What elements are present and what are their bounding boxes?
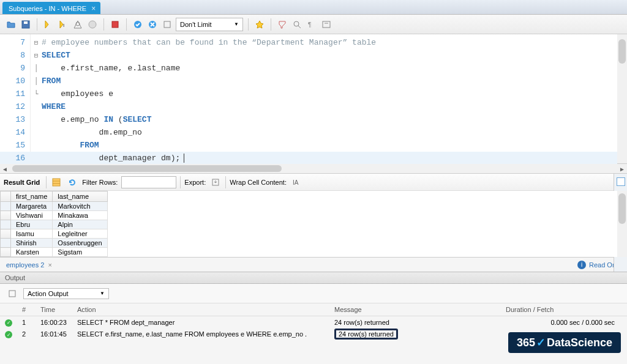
toggle-limit-icon[interactable] — [161, 18, 173, 31]
format-icon[interactable] — [276, 18, 288, 31]
rollback-icon[interactable] — [146, 18, 159, 31]
result-tab[interactable]: employees 2 × — [6, 261, 52, 269]
horizontal-scrollbar[interactable]: ◄ ► — [0, 164, 627, 174]
output-row[interactable]: ✓116:00:23SELECT * FROM dept_manager24 r… — [0, 316, 627, 329]
line-gutter: 78910111213141516 — [0, 34, 31, 163]
svg-point-9 — [294, 21, 299, 26]
open-file-icon[interactable] — [5, 18, 17, 31]
stop-icon[interactable] — [86, 18, 99, 31]
svg-rect-14 — [53, 179, 60, 186]
table-row[interactable]: EbruAlpin — [1, 220, 108, 229]
limit-rows-value: Don't Limit — [180, 21, 212, 28]
table-row[interactable]: IsamuLegleitner — [1, 229, 108, 239]
editor-tab-bar: Subqueries - IN - WHERE × — [0, 0, 627, 15]
output-type-value: Action Output — [28, 290, 69, 297]
grid-vertical-scrollbar[interactable] — [617, 191, 627, 257]
svg-point-4 — [89, 21, 96, 28]
status-ok-icon: ✓ — [5, 319, 12, 327]
clear-output-icon[interactable] — [6, 288, 18, 300]
svg-rect-5 — [112, 21, 118, 28]
filter-rows-input[interactable] — [121, 176, 176, 188]
filter-rows-label: Filter Rows: — [82, 179, 118, 186]
close-icon[interactable]: × — [91, 4, 96, 13]
table-row[interactable]: MargaretaMarkovitch — [1, 202, 108, 211]
tab-title: Subqueries - IN - WHERE — [9, 5, 86, 12]
snippet-icon[interactable] — [320, 18, 332, 31]
result-grid[interactable]: first_namelast_nameMargaretaMarkovitchVi… — [0, 191, 627, 257]
chevron-down-icon: ▼ — [100, 291, 105, 296]
column-header[interactable]: first_name — [11, 191, 53, 202]
grid-view-icon[interactable] — [50, 176, 62, 188]
svg-text:I: I — [63, 23, 64, 28]
toggle-whitespace-icon[interactable]: ¶ — [306, 18, 318, 31]
result-footer: employees 2 × i Read Only — [0, 257, 627, 272]
watermark: 365✓DataScience — [508, 332, 621, 353]
wrap-cell-label: Wrap Cell Content: — [230, 179, 287, 186]
execute-current-icon[interactable]: I — [57, 18, 69, 31]
code-area[interactable]: # employee numbers that can be found in … — [42, 34, 627, 163]
find-icon[interactable] — [291, 18, 303, 31]
explain-icon[interactable] — [72, 18, 84, 31]
svg-rect-1 — [24, 21, 28, 24]
output-controls: Action Output ▼ — [0, 284, 627, 303]
column-header[interactable]: last_name — [53, 191, 107, 202]
svg-line-10 — [298, 26, 301, 28]
toggle-autocommit-icon[interactable] — [109, 18, 121, 31]
export-label: Export: — [184, 179, 206, 186]
table-row[interactable]: KrassimirWegerle — [1, 257, 108, 258]
close-icon[interactable]: × — [48, 261, 51, 269]
sql-toolbar: I Don't Limit ▼ ¶ — [0, 15, 627, 34]
commit-icon[interactable] — [132, 18, 144, 31]
beautify-icon[interactable] — [253, 18, 266, 31]
chevron-down-icon: ▼ — [234, 21, 239, 27]
fold-gutter: ⊟⊟││└ — [31, 34, 42, 163]
wrap-cell-icon[interactable]: IA — [290, 176, 302, 188]
refresh-icon[interactable] — [66, 176, 78, 188]
check-icon: ✓ — [536, 336, 546, 349]
limit-rows-combo[interactable]: Don't Limit ▼ — [176, 18, 243, 31]
result-tab-label: employees 2 — [6, 261, 44, 269]
output-header: Output — [0, 272, 627, 284]
svg-rect-12 — [323, 21, 330, 28]
status-ok-icon: ✓ — [5, 331, 12, 338]
editor-tab[interactable]: Subqueries - IN - WHERE × — [2, 2, 100, 14]
table-row[interactable]: VishwaniMinakawa — [1, 211, 108, 220]
brand-num: 365 — [517, 336, 535, 349]
output-title: Output — [5, 274, 25, 281]
brand-name: DataScience — [547, 336, 612, 349]
svg-rect-19 — [9, 291, 15, 297]
table-row[interactable]: KarstenSigstam — [1, 248, 108, 257]
output-type-combo[interactable]: Action Output ▼ — [23, 288, 109, 299]
svg-text:¶: ¶ — [308, 21, 311, 28]
scroll-left-icon[interactable]: ◄ — [0, 164, 10, 174]
table-row[interactable]: ShirishOssenbruggen — [1, 239, 108, 248]
svg-text:IA: IA — [293, 179, 299, 186]
execute-icon[interactable] — [42, 18, 54, 31]
scroll-right-icon[interactable]: ► — [617, 164, 627, 174]
svg-rect-8 — [164, 21, 170, 28]
sql-editor[interactable]: 78910111213141516 ⊟⊟││└ # employee numbe… — [0, 34, 627, 164]
result-grid-toolbar: Result Grid Filter Rows: Export: Wrap Ce… — [0, 174, 627, 191]
result-grid-title: Result Grid — [4, 179, 40, 186]
save-icon[interactable] — [20, 18, 32, 31]
info-icon: i — [577, 261, 586, 269]
export-icon[interactable] — [209, 176, 222, 188]
